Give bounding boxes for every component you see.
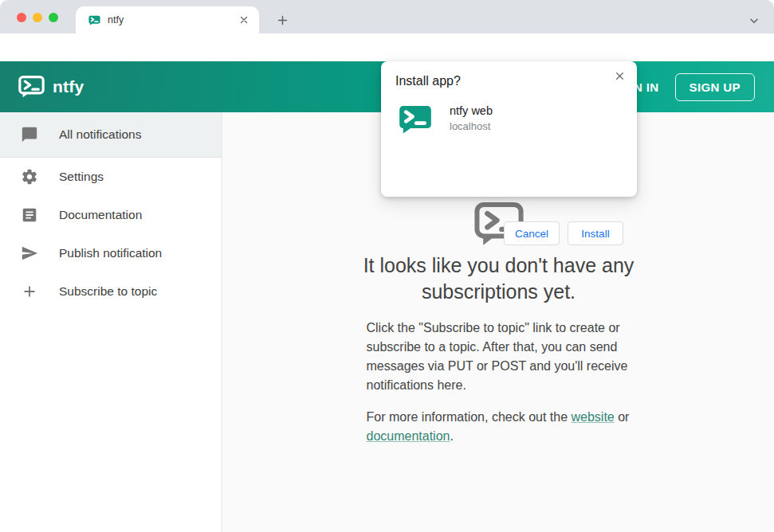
browser-tab-ntfy[interactable]: ntfy <box>76 6 259 33</box>
paragraph2-prefix: For more information, check out the <box>367 410 572 424</box>
brand-title: ntfy <box>53 77 84 96</box>
maximize-window-button[interactable] <box>49 13 58 22</box>
empty-state-paragraph2: For more information, check out the webs… <box>367 408 631 446</box>
paragraph2-middle: or <box>615 410 630 424</box>
dialog-app-name: ntfy web <box>450 104 493 117</box>
sidebar-item-label: Publish notification <box>59 246 162 260</box>
gear-icon <box>21 168 38 186</box>
chat-icon <box>21 126 38 143</box>
empty-state-heading: It looks like you don't have any subscri… <box>363 252 635 304</box>
sidebar: All notifications Settings Documentation… <box>0 112 222 532</box>
cancel-button[interactable]: Cancel <box>504 221 560 245</box>
install-app-dialog: Install app? ntfy web localhost Cancel I… <box>381 61 637 197</box>
plus-icon <box>21 283 38 300</box>
browser-toolbar: localhost <box>0 33 774 61</box>
browser-window: ntfy localhost <box>0 0 774 532</box>
sidebar-item-label: Documentation <box>59 208 142 222</box>
minimize-window-button[interactable] <box>33 13 42 22</box>
heading-line1: It looks like you don't have any <box>363 252 635 279</box>
paragraph2-suffix: . <box>450 429 453 443</box>
sign-up-button[interactable]: SIGN UP <box>675 73 755 101</box>
sidebar-item-settings[interactable]: Settings <box>0 158 222 196</box>
dialog-app-origin: localhost <box>450 120 490 132</box>
send-icon <box>21 244 38 262</box>
tab-search-chevron-icon[interactable] <box>745 11 764 30</box>
ntfy-logo-icon <box>18 75 45 99</box>
tab-strip: ntfy <box>0 0 774 33</box>
empty-state-paragraph1: Click the "Subscribe to topic" link to c… <box>367 319 631 395</box>
heading-line2: subscriptions yet. <box>363 279 635 305</box>
sidebar-item-label: All notifications <box>59 127 141 142</box>
dialog-close-icon[interactable] <box>610 66 629 85</box>
tab-close-icon[interactable] <box>237 13 251 27</box>
install-button[interactable]: Install <box>568 221 623 245</box>
sidebar-item-documentation[interactable]: Documentation <box>0 196 222 234</box>
ntfy-favicon-icon <box>88 15 100 25</box>
sidebar-item-all-notifications[interactable]: All notifications <box>0 112 222 158</box>
sidebar-item-subscribe-to-topic[interactable]: Subscribe to topic <box>0 272 222 311</box>
new-tab-button[interactable] <box>273 10 292 29</box>
ntfy-app-icon <box>399 104 432 135</box>
sidebar-item-publish-notification[interactable]: Publish notification <box>0 234 222 272</box>
documentation-link[interactable]: documentation <box>367 429 450 443</box>
empty-state-text: Click the "Subscribe to topic" link to c… <box>367 319 631 446</box>
sidebar-item-label: Subscribe to topic <box>59 284 157 299</box>
dialog-title: Install app? <box>395 74 461 88</box>
article-icon <box>21 206 38 224</box>
close-window-button[interactable] <box>17 13 26 22</box>
website-link[interactable]: website <box>572 410 615 424</box>
tab-title: ntfy <box>108 14 237 25</box>
sidebar-item-label: Settings <box>59 170 104 184</box>
